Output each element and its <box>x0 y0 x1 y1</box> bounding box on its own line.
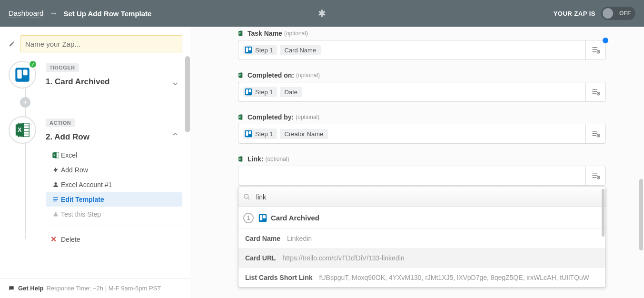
svg-rect-43 <box>592 131 597 132</box>
svg-text:X: X <box>239 74 241 77</box>
pencil-icon <box>9 40 16 47</box>
step-number-badge: 1 <box>243 213 254 223</box>
zapier-logo-icon: ✱ <box>318 8 326 19</box>
trello-icon <box>15 67 30 82</box>
trigger-badge: TRIGGER <box>46 63 79 72</box>
excel-tag-icon: X <box>238 72 245 79</box>
svg-text:X: X <box>239 116 241 119</box>
substep-edit-label: Edit Template <box>61 196 104 203</box>
substep-action-label: Add Row <box>61 166 88 174</box>
optional-label: (optional) <box>284 30 308 37</box>
substep-app-label: Excel <box>61 151 77 159</box>
insert-data-button[interactable] <box>585 166 605 185</box>
dropdown-item-card-name[interactable]: Card Name Linkedin <box>238 229 605 248</box>
action-step-bubble[interactable]: X <box>9 116 36 144</box>
insert-data-button[interactable] <box>585 40 605 60</box>
zap-name-input[interactable] <box>20 35 182 52</box>
pill-step-text: Step 1 <box>255 89 273 96</box>
breadcrumb-dashboard[interactable]: Dashboard <box>9 9 43 18</box>
svg-rect-45 <box>592 135 596 136</box>
dropdown-item-list-cards-short-link[interactable]: List Cards Short Link fUBspguT, Moxq90OK… <box>238 268 605 287</box>
trello-mini-icon <box>245 46 252 54</box>
substep-app[interactable]: X Excel <box>46 148 182 162</box>
substep-test-label: Test this Step <box>61 210 101 218</box>
pill-step1[interactable]: Step 1 <box>243 87 277 97</box>
your-zap-label: YOUR ZAP IS <box>554 10 595 17</box>
svg-text:X: X <box>53 154 55 157</box>
sidebar-scrollbar[interactable] <box>185 56 190 132</box>
task-name-input[interactable]: Step 1 Card Name <box>238 40 606 60</box>
svg-rect-31 <box>249 89 251 92</box>
pill-value-date[interactable]: Date <box>280 87 302 97</box>
dd-key: List Cards Short Link <box>245 274 313 281</box>
optional-label: (optional) <box>296 72 320 79</box>
trigger-step-bubble[interactable]: ✓ <box>9 61 36 89</box>
add-step-button[interactable]: + <box>20 97 30 108</box>
substep-action[interactable]: Add Row <box>46 163 182 177</box>
link-input[interactable] <box>238 166 606 186</box>
dropdown-search-input[interactable] <box>255 193 601 201</box>
svg-rect-23 <box>592 51 596 52</box>
sidebar-footer: Get Help Response Time: ~2h | M-F 9am-5p… <box>0 278 190 298</box>
action-step-header[interactable]: 2. Add Row ⌃ <box>46 131 182 143</box>
substep-account[interactable]: Excel Account #1 <box>46 178 182 192</box>
trigger-step-header[interactable]: 1. Card Archived ⌄ <box>46 76 182 88</box>
pill-value-cardname[interactable]: Card Name <box>280 45 321 55</box>
svg-rect-19 <box>246 48 248 52</box>
toggle-off-label: OFF <box>619 10 631 17</box>
action-title: 2. Add Row <box>46 132 89 142</box>
pill-value-creator[interactable]: Creator Name <box>280 129 328 139</box>
svg-rect-15 <box>53 201 57 202</box>
breadcrumb-arrow-icon: → <box>49 9 58 19</box>
insert-data-button[interactable] <box>585 124 605 143</box>
get-help-link[interactable]: Get Help <box>18 285 43 292</box>
excel-icon: X <box>14 122 30 138</box>
svg-text:X: X <box>239 158 241 160</box>
svg-rect-52 <box>592 175 597 176</box>
svg-rect-22 <box>592 50 597 50</box>
topbar: Dashboard → Set Up Add Row Template ✱ YO… <box>0 0 644 27</box>
insert-data-button[interactable] <box>585 82 605 101</box>
pill-step-text: Step 1 <box>255 47 273 54</box>
optional-label: (optional) <box>296 114 319 120</box>
substep-edit-template[interactable]: Edit Template <box>46 192 182 207</box>
svg-rect-14 <box>53 199 58 200</box>
search-icon <box>243 193 250 200</box>
dropdown-header-title: Card Archived <box>271 214 319 222</box>
svg-rect-33 <box>592 91 597 92</box>
completed-by-input[interactable]: Step 1 Creator Name <box>238 124 606 144</box>
field-picker-dropdown: 1 Card Archived Card Name Linkedin Card … <box>238 187 606 288</box>
svg-rect-61 <box>263 215 266 219</box>
svg-text:X: X <box>239 32 241 35</box>
svg-rect-34 <box>592 93 596 94</box>
completed-on-input[interactable]: Step 1 Date <box>238 82 606 102</box>
main-scrollbar[interactable] <box>639 179 643 250</box>
dropdown-scrollbar[interactable] <box>602 189 604 237</box>
field-completed-by: X Completed by: (optional) Step 1 Creato… <box>238 113 606 144</box>
trello-mini-icon <box>258 214 267 222</box>
svg-rect-2 <box>23 70 27 75</box>
toggle-knob <box>603 8 613 19</box>
excel-tag-icon: X <box>238 114 245 120</box>
chat-icon <box>8 285 15 292</box>
svg-rect-1 <box>17 70 21 79</box>
svg-rect-42 <box>249 131 251 134</box>
delete-step-button[interactable]: ✕ Delete <box>46 230 182 244</box>
help-meta: Response Time: ~2h | M-F 9am-5pm PST <box>46 285 161 292</box>
svg-rect-13 <box>53 198 58 199</box>
dropdown-step-header[interactable]: 1 Card Archived <box>238 207 605 229</box>
dd-val: https://trello.com/c/vTDcfDiV/133-linked… <box>283 254 405 262</box>
dd-key: Card Name <box>245 235 280 242</box>
bolt-icon <box>50 167 61 173</box>
svg-point-57 <box>244 194 248 199</box>
pill-step1[interactable]: Step 1 <box>243 45 277 55</box>
substep-test[interactable]: Test this Step <box>46 207 182 221</box>
dd-val: fUBspguT, Moxq90OK, 4YXvM130, rJMt1XJ5, … <box>319 274 589 281</box>
breadcrumb-current: Set Up Add Row Template <box>63 10 151 18</box>
zap-enabled-toggle[interactable]: OFF <box>601 7 635 20</box>
dropdown-item-card-url[interactable]: Card URL https://trello.com/c/vTDcfDiV/1… <box>238 248 605 268</box>
pill-step1[interactable]: Step 1 <box>243 129 277 139</box>
trello-mini-icon <box>245 130 252 138</box>
excel-small-icon: X <box>50 151 61 159</box>
excel-tag-icon: X <box>238 156 245 162</box>
